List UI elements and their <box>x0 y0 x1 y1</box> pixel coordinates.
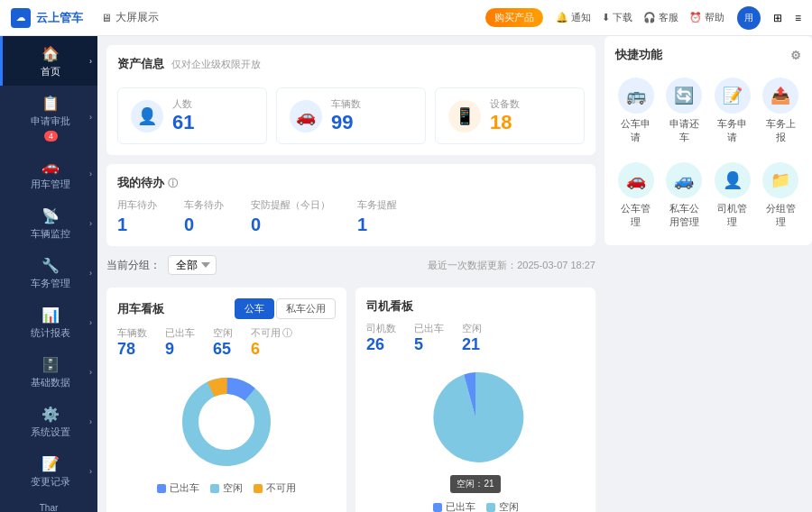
main-layout: 🏠 首页 › 📋 申请审批 4 › 🚗 用车管理 › 📡 车辆监控 › 🔧 车务… <box>0 36 812 512</box>
sidebar-icon-settings: ⚙️ <box>42 406 60 423</box>
car-stat-value-3: 6 <box>251 340 292 359</box>
quick-item-6[interactable]: 👤 司机管理 <box>712 157 753 234</box>
layout-icon[interactable]: ⊞ <box>773 12 782 24</box>
quick-item-1[interactable]: 🔄 申请还车 <box>664 72 706 150</box>
sidebar-label-change-log: 变更记录 <box>31 475 70 489</box>
car-stat-label-2: 空闲 <box>213 326 233 340</box>
help-btn[interactable]: ⏰ 帮助 <box>689 11 724 24</box>
sidebar-item-apply[interactable]: 📋 申请审批 4 › <box>0 86 97 149</box>
car-kanban-card: 用车看板 公车 私车公用 车辆数 78 已出车 9 空闲 65 不可用 ⓘ 6 <box>106 288 346 512</box>
unavail-info-icon: ⓘ <box>282 326 292 340</box>
notify-btn[interactable]: 🔔 通知 <box>556 11 591 24</box>
help-icon: ⏰ <box>689 12 702 23</box>
person-icon: 👤 <box>131 100 163 133</box>
user-avatar[interactable]: 用 <box>737 6 761 30</box>
filter-select[interactable]: 全部 <box>168 255 217 275</box>
logo-icon: ☁ <box>11 8 31 28</box>
driver-kanban-card: 司机看板 司机数 26 已出车 5 空闲 21 <box>355 288 595 512</box>
quick-label-0: 公车申请 <box>617 117 655 144</box>
driver-kanban-stats: 司机数 26 已出车 5 空闲 21 <box>366 322 585 354</box>
help-label: 帮助 <box>705 11 724 24</box>
notify-icon: 🔔 <box>556 12 568 23</box>
driver-pie-chart: 空闲：21 已出车 空闲 <box>366 363 585 512</box>
sidebar-item-settings[interactable]: ⚙️ 系统设置 › <box>0 397 97 446</box>
sidebar-icon-car-use: 🚗 <box>42 158 60 175</box>
todo-label-1: 车务待办 <box>184 198 224 212</box>
logo: ☁ 云上管车 <box>11 8 83 28</box>
device-value: 18 <box>490 111 520 134</box>
settings-icon[interactable]: ⚙ <box>790 49 801 62</box>
sidebar-item-stats[interactable]: 📊 统计报表 › <box>0 297 97 347</box>
tab-public-car[interactable]: 公车 <box>235 298 274 319</box>
todo-items: 用车待办 1 车务待办 0 安防提醒（今日） 0 车务提醒 1 <box>117 198 585 235</box>
car-stat-label-1: 已出车 <box>165 326 195 340</box>
download-btn[interactable]: ⬇ 下载 <box>602 11 632 24</box>
sidebar-icon-stats: 📊 <box>42 306 60 324</box>
quick-item-0[interactable]: 🚌 公车申请 <box>615 72 657 150</box>
quick-label-3: 车务上报 <box>762 117 800 144</box>
driver-kanban-stat-0: 司机数 26 <box>366 322 396 354</box>
quick-item-5[interactable]: 🚙 私车公用管理 <box>664 157 706 234</box>
car-kanban-stat-1: 已出车 9 <box>165 326 195 359</box>
screen-icon: 🖥 <box>101 12 112 24</box>
todo-label-2: 安防提醒（今日） <box>251 198 330 212</box>
driver-stat-label-2: 空闲 <box>462 322 482 335</box>
sidebar-item-change-log[interactable]: 📝 变更记录 › <box>0 446 97 496</box>
screen-display-btn[interactable]: 🖥 大屏展示 <box>101 10 159 25</box>
quick-icon-5: 🚙 <box>666 162 702 198</box>
sidebar-label-car-use: 用车管理 <box>31 178 70 191</box>
expand-icon-settings: › <box>89 417 92 426</box>
sidebar-badge-apply: 4 <box>44 131 58 142</box>
device-icon: 📱 <box>448 100 481 133</box>
car-stat-value-0: 78 <box>117 340 147 359</box>
service-btn[interactable]: 🎧 客服 <box>643 11 678 24</box>
expand-icon-basic-data: › <box>89 368 92 377</box>
legend-idle-car: 空闲 <box>210 481 243 495</box>
quick-label-2: 车务申请 <box>714 117 752 144</box>
tab-mixed-car[interactable]: 私车公用 <box>276 298 336 319</box>
user-initials: 用 <box>744 12 753 24</box>
topbar-icons: 🔔 通知 ⬇ 下载 🎧 客服 ⏰ 帮助 <box>556 11 724 24</box>
sidebar-item-car-monitor[interactable]: 📡 车辆监控 › <box>0 198 97 248</box>
todo-value-1: 0 <box>184 215 224 235</box>
todo-item-0: 用车待办 1 <box>117 198 157 235</box>
todo-value-3: 1 <box>357 215 397 235</box>
asset-cards: 👤 人数 61 🚗 车辆数 99 📱 设备数 <box>117 87 585 144</box>
notify-label: 通知 <box>571 11 591 24</box>
sidebar-item-car-use[interactable]: 🚗 用车管理 › <box>0 149 97 198</box>
topbar-right: 购买产品 🔔 通知 ⬇ 下载 🎧 客服 ⏰ 帮助 用 ⊞ ≡ <box>485 6 801 30</box>
asset-device-info: 设备数 18 <box>490 97 520 134</box>
legend-unavail-car: 不可用 <box>254 481 296 495</box>
buy-button[interactable]: 购买产品 <box>485 8 543 27</box>
sidebar-item-home[interactable]: 🏠 首页 › <box>0 36 97 86</box>
expand-icon-apply: › <box>89 113 92 122</box>
quick-item-7[interactable]: 📁 分组管理 <box>761 157 802 234</box>
driver-pie-svg <box>421 363 530 471</box>
asset-car-card: 🚗 车辆数 99 <box>276 87 426 144</box>
todo-card: 我的待办 ⓘ 用车待办 1 车务待办 0 安防提醒（今日） 0 车务提醒 1 <box>106 164 595 246</box>
car-chart-legend: 已出车 空闲 不可用 <box>157 481 296 495</box>
driver-stat-value-2: 21 <box>462 335 482 354</box>
quick-item-3[interactable]: 📤 车务上报 <box>761 72 802 150</box>
download-icon: ⬇ <box>602 12 610 23</box>
car-stat-label-3: 不可用 ⓘ <box>251 326 292 340</box>
sidebar-item-basic-data[interactable]: 🗄️ 基础数据 › <box>0 347 97 397</box>
car-kanban-title: 用车看板 <box>117 301 164 317</box>
expand-icon-change-log: › <box>89 467 92 476</box>
quick-label-7: 分组管理 <box>762 202 800 229</box>
sidebar-label-apply: 申请审批 <box>31 114 70 128</box>
expand-icon-car-use: › <box>89 169 92 178</box>
sidebar-label-settings: 系统设置 <box>31 425 70 439</box>
expand-icon-stats: › <box>89 318 92 327</box>
quick-grid: 🚌 公车申请 🔄 申请还车 📝 车务申请 📤 车务上报 🚗 公车管理 🚙 私车公… <box>615 72 801 234</box>
driver-tooltip: 空闲：21 <box>450 475 500 493</box>
quick-item-2[interactable]: 📝 车务申请 <box>712 72 753 150</box>
car-value: 99 <box>331 111 361 134</box>
sidebar-item-car-affairs[interactable]: 🔧 车务管理 › <box>0 248 97 297</box>
sidebar-label-car-monitor: 车辆监控 <box>31 227 70 241</box>
more-icon[interactable]: ≡ <box>795 12 801 24</box>
quick-item-4[interactable]: 🚗 公车管理 <box>615 157 657 234</box>
sidebar-icon-car-affairs: 🔧 <box>42 257 60 274</box>
todo-label-3: 车务提醒 <box>357 198 397 212</box>
car-kanban-header: 用车看板 公车 私车公用 <box>117 298 336 319</box>
